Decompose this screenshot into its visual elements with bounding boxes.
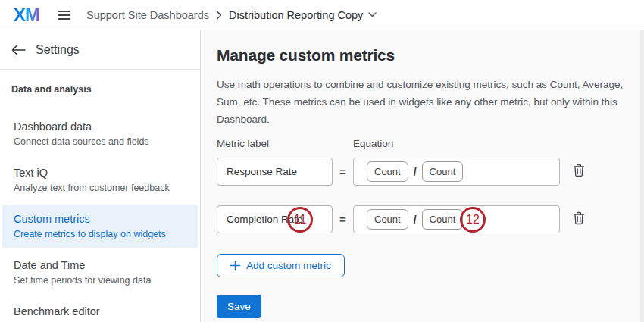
sidebar-item-description: Create metrics to display on widgets (14, 228, 187, 240)
divide-operator: / (414, 166, 417, 178)
sidebar-item-label: Date and Time (14, 258, 187, 272)
trash-icon (573, 164, 585, 180)
metric-label-column-header: Metric label (217, 138, 353, 149)
equals-sign: = (333, 165, 353, 178)
operand-chip[interactable]: Count (422, 209, 464, 230)
metric-row-response-rate: = Count / Count (217, 158, 644, 186)
sidebar-item-label: Text iQ (14, 166, 187, 180)
hamburger-menu-icon[interactable] (58, 11, 70, 20)
back-arrow-icon (11, 45, 26, 55)
equals-sign: = (333, 213, 353, 226)
sidebar-item-date-and-time[interactable]: Date and Time Set time periods for viewi… (2, 251, 198, 294)
divide-operator: / (414, 214, 417, 226)
chevron-down-icon (368, 12, 377, 17)
page-description: Use math operations to combine and custo… (217, 76, 644, 128)
chevron-right-icon (216, 11, 222, 20)
sidebar-item-label: Custom metrics (14, 212, 187, 226)
breadcrumb-parent[interactable]: Support Site Dashboards (86, 9, 209, 21)
breadcrumb-current-label: Distribution Reporting Copy (229, 9, 363, 21)
delete-metric-button[interactable] (571, 162, 586, 181)
custom-metrics-panel: Manage custom metrics Use math operation… (201, 30, 644, 322)
metric-label-input[interactable] (217, 158, 333, 186)
add-custom-metric-label: Add custom metric (246, 260, 331, 271)
settings-back-header[interactable]: Settings (0, 30, 200, 70)
settings-title: Settings (36, 43, 80, 57)
sidebar-item-text-iq[interactable]: Text iQ Analyze text from customer feedb… (2, 158, 198, 202)
sidebar-item-dashboard-data[interactable]: Dashboard data Connect data sources and … (2, 112, 198, 155)
sidebar-item-description: Connect data sources and fields (14, 136, 187, 148)
metric-row-completion-rate: = Count / Count 11 12 (217, 205, 644, 233)
add-custom-metric-button[interactable]: Add custom metric (217, 254, 345, 277)
breadcrumb: Support Site Dashboards Distribution Rep… (86, 9, 377, 21)
settings-sidebar: Settings Data and analysis Dashboard dat… (0, 30, 201, 322)
sidebar-item-custom-metrics[interactable]: Custom metrics Create metrics to display… (2, 205, 198, 248)
breadcrumb-current[interactable]: Distribution Reporting Copy (229, 9, 377, 21)
column-headers: Metric label Equation (217, 138, 644, 149)
sidebar-section-header: Data and analysis (11, 83, 189, 95)
operand-chip[interactable]: Count (367, 161, 408, 182)
sidebar-item-description: Analyze text from customer feedback (14, 182, 187, 194)
xm-logo[interactable]: XM (14, 5, 39, 26)
sidebar-nav: Dashboard data Connect data sources and … (0, 112, 200, 322)
sidebar-item-benchmark-editor[interactable]: Benchmark editor Add industry benchmarks (2, 297, 198, 322)
plus-icon (230, 261, 240, 270)
sidebar-item-label: Dashboard data (14, 120, 187, 133)
equation-column-header: Equation (353, 138, 393, 149)
page-title: Manage custom metrics (217, 46, 644, 64)
delete-metric-button[interactable] (571, 210, 586, 229)
equation-builder[interactable]: Count / Count (353, 158, 560, 186)
operand-chip[interactable]: Count (422, 161, 464, 182)
top-bar: XM Support Site Dashboards Distribution … (0, 0, 644, 30)
trash-icon (573, 211, 585, 227)
save-button[interactable]: Save (217, 295, 261, 318)
sidebar-item-description: Set time periods for viewing data (14, 274, 187, 286)
scrollbar[interactable] (640, 30, 644, 322)
metric-label-input[interactable] (217, 205, 333, 233)
sidebar-item-label: Benchmark editor (14, 305, 187, 318)
equation-builder[interactable]: Count / Count (353, 205, 560, 233)
operand-chip[interactable]: Count (367, 209, 408, 230)
